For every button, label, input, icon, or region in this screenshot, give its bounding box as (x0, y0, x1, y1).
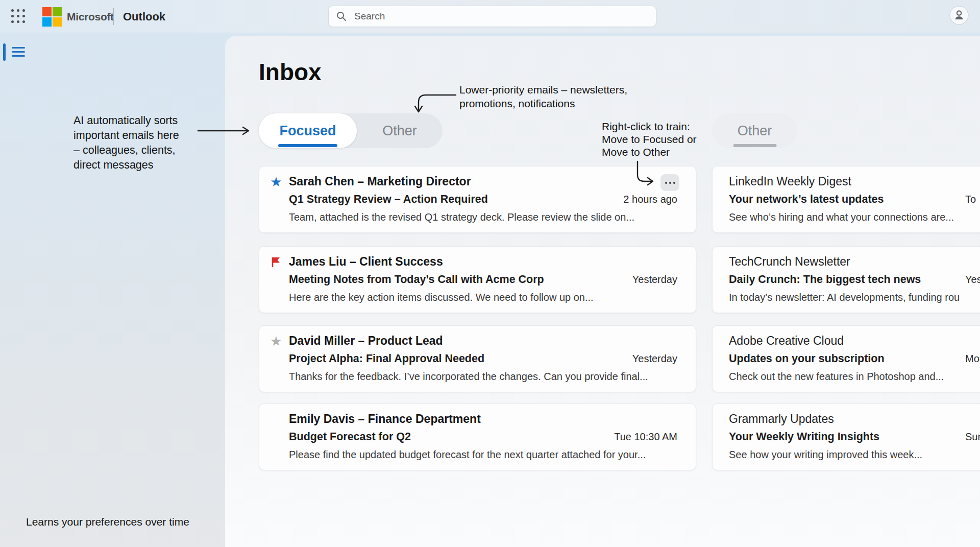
email-timestamp: Mon (965, 350, 980, 368)
email-timestamp: Sun (965, 428, 980, 446)
email-card[interactable]: ★ Sarah Chen – Marketing Director Q1 Str… (259, 166, 696, 233)
email-subject: Project Alpha: Final Approval Needed (289, 350, 484, 368)
email-preview: In today’s newsletter: AI developments, … (729, 289, 960, 306)
email-timestamp: To (965, 191, 976, 208)
email-sender: Sarah Chen – Marketing Director (289, 173, 471, 191)
brand-divider (113, 8, 114, 25)
search-bar[interactable] (328, 6, 656, 27)
email-subject: Your network’s latest updates (729, 191, 884, 208)
email-preview: See who’s hiring and what your connectio… (729, 208, 954, 226)
tab-focused-label: Focused (279, 123, 336, 139)
email-timestamp: Yesterday (632, 350, 677, 368)
email-sender: James Liu – Client Success (289, 253, 443, 271)
flag-icon[interactable] (270, 256, 283, 268)
email-preview: Check out the new features in Photoshop … (729, 368, 944, 386)
email-card[interactable]: ★ Emily Davis – Finance Department Budge… (259, 403, 696, 470)
main-panel: Inbox Focused Other Other ★ Sarah Chen –… (225, 36, 980, 547)
email-preview: See how your writing improved this week.… (729, 446, 922, 464)
app-title[interactable]: Outlook (123, 0, 165, 33)
email-card[interactable]: ★ David Miller – Product Lead Project Al… (259, 325, 696, 392)
annotation-right-click-train: Right-click to train: Move to Focused or… (602, 120, 697, 158)
page-title: Inbox (259, 60, 322, 84)
email-sender: TechCrunch Newsletter (729, 253, 850, 271)
tab-focused-underline (278, 144, 337, 147)
email-preview: Thanks for the feedback. I’ve incorporat… (289, 368, 648, 386)
email-sender: Adobe Creative Cloud (729, 332, 844, 350)
email-sender: LinkedIn Weekly Digest (729, 173, 851, 191)
inbox-tabs: Focused Other (259, 113, 443, 148)
app-launcher-button[interactable] (11, 9, 26, 24)
email-preview: Please find the updated budget forecast … (289, 446, 646, 464)
email-timestamp: Yest (965, 271, 980, 289)
other-column-underline (733, 144, 776, 147)
email-preview: Team, attached is the revised Q1 strateg… (289, 208, 634, 226)
search-input[interactable] (353, 10, 649, 22)
email-sender: Emily Davis – Finance Department (289, 410, 481, 428)
email-card[interactable]: Grammarly Updates Your Weekly Writing In… (712, 403, 980, 470)
more-options-button[interactable] (660, 174, 679, 191)
email-subject: Updates on your subscription (729, 350, 885, 368)
other-column-tab[interactable]: Other (712, 113, 797, 148)
microsoft-label: Microsoft (67, 11, 114, 23)
email-timestamp: Yesterday (632, 271, 677, 289)
email-preview: Here are the key action items discussed.… (289, 289, 594, 306)
email-sender: Grammarly Updates (729, 410, 834, 428)
annotation-focused-explainer: AI automatically sorts important emails … (74, 113, 206, 173)
email-timestamp: Tue 10:30 AM (614, 428, 677, 446)
email-subject: Your Weekly Writing Insights (729, 428, 879, 446)
tab-other[interactable]: Other (357, 113, 443, 148)
email-subject: Budget Forecast for Q2 (289, 428, 411, 446)
email-card[interactable]: LinkedIn Weekly Digest Your network’s la… (712, 166, 980, 233)
email-card[interactable]: TechCrunch Newsletter Daily Crunch: The … (712, 246, 980, 313)
microsoft-brand[interactable]: Microsoft (42, 0, 114, 33)
topbar: Microsoft Outlook (0, 0, 980, 33)
outlook-window: Microsoft Outlook Inbox Focused (0, 0, 980, 547)
search-icon (336, 11, 347, 22)
email-card[interactable]: Adobe Creative Cloud Updates on your sub… (712, 325, 980, 392)
email-timestamp: 2 hours ago (623, 191, 677, 208)
menu-toggle-button[interactable] (12, 47, 25, 59)
account-button[interactable] (949, 6, 969, 25)
email-subject: Meeting Notes from Today’s Call with Acm… (289, 271, 544, 289)
star-icon[interactable]: ★ (270, 335, 283, 348)
other-column-label: Other (738, 123, 772, 139)
email-subject: Daily Crunch: The biggest tech news (729, 271, 921, 289)
email-card[interactable]: James Liu – Client Success Meeting Notes… (259, 246, 696, 313)
annotation-learns-over-time: Learns your preferences over time (26, 516, 189, 528)
tab-focused[interactable]: Focused (259, 113, 357, 148)
nav-accent-bar (3, 43, 6, 61)
star-icon[interactable]: ★ (270, 175, 283, 188)
person-icon (949, 6, 969, 25)
email-subject: Q1 Strategy Review – Action Required (289, 191, 488, 208)
annotation-other-explainer: Lower-priority emails – newsletters, pro… (459, 83, 627, 110)
microsoft-logo-icon (42, 7, 62, 27)
email-sender: David Miller – Product Lead (289, 332, 443, 350)
